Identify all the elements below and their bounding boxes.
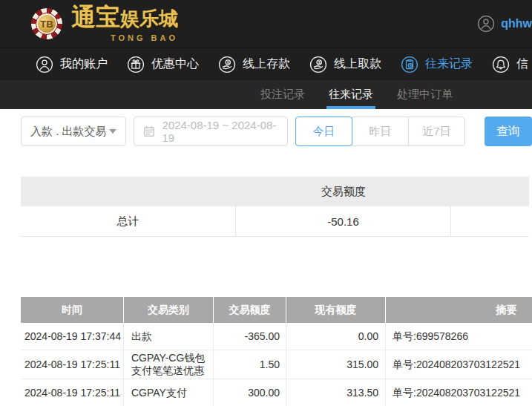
cell-amount: 1.50 [214,350,286,379]
summary-total-label: 总计 [21,206,236,236]
search-button[interactable]: 查询 [485,117,532,146]
nav-item-deposit[interactable]: ¥ 线上存款 [218,56,290,73]
col-amount: 交易额度 [214,297,286,323]
date-range-input[interactable]: 2024-08-19 ~ 2024-08-19 [134,117,288,146]
nav-item-messages[interactable]: 信 [492,56,528,73]
col-type: 交易类别 [124,297,214,323]
site-logo[interactable]: TB 通宝娱乐城 TONG BAO [31,6,178,42]
nav-label: 线上存款 [243,56,290,72]
cell-balance: 0.00 [286,323,386,350]
summary-table: 交易额度 总计 -50.16 [21,177,529,237]
tab-transaction-records[interactable]: 往来记录 [326,80,375,109]
cell-summary: 单号:699578266 [386,323,532,350]
cell-time: 2024-08-19 17:25:11 [21,350,124,379]
tab-processing-orders[interactable]: 处理中订单 [395,80,455,109]
cell-summary: 单号:202408203703122521 [386,379,532,406]
filter-bar: 入款 . 出款交易 2024-08-19 ~ 2024-08-19 今日 昨日 … [0,117,532,146]
summary-header-row: 交易额度 [21,177,529,206]
logo-text: 通宝娱乐城 TONG BAO [71,6,178,42]
nav-item-records[interactable]: 往来记录 [401,56,473,73]
chevron-down-icon [109,129,116,134]
logo-title: 通宝娱乐城 [71,6,178,33]
col-summary: 摘要 [386,297,532,323]
cell-type: 出款 [124,323,214,350]
withdraw-icon: $ [309,56,327,73]
cell-summary: 单号:202408203703122521 [386,350,532,379]
chip-monogram: TB [38,15,56,33]
summary-total-row: 总计 -50.16 [21,206,529,237]
table-row: 2024-08-19 17:25:11 CGPAY-CG钱包支付笔笔送优惠 1.… [21,350,532,379]
bell-icon [492,56,510,73]
deposit-icon: ¥ [218,56,236,73]
records-icon [401,56,418,73]
cell-balance: 315.00 [286,350,386,379]
summary-total-value: -50.16 [236,206,451,236]
records-table: 时间 交易类别 交易额度 现有额度 摘要 2024-08-19 17:37:44… [21,297,532,406]
user-icon [36,56,53,73]
cell-time: 2024-08-19 17:25:11 [21,379,124,406]
sub-nav: 投注记录 往来记录 处理中订单 [0,80,532,109]
col-balance: 现有额度 [286,297,386,323]
nav-label: 信 [516,56,528,72]
svg-text:$: $ [318,60,321,65]
col-time: 时间 [21,297,124,323]
cell-type: CGPAY-CG钱包支付笔笔送优惠 [124,350,214,379]
logo-subtitle: TONG BAO [71,33,178,42]
select-value: 入款 . 出款交易 [30,125,107,139]
nav-label: 我的账户 [60,56,108,72]
top-bar: TB 通宝娱乐城 TONG BAO qhhw [0,0,532,48]
nav-item-promotions[interactable]: 优惠中心 [127,56,199,73]
main-nav: 我的账户 优惠中心 ¥ 线上存款 $ 线上取款 往来记录 [0,48,532,80]
yesterday-button[interactable]: 昨日 [352,117,409,146]
cell-time: 2024-08-19 17:37:44 [21,323,124,350]
transaction-type-select[interactable]: 入款 . 出款交易 [21,117,126,146]
nav-label: 线上取款 [334,56,381,72]
casino-chip-icon: TB [31,8,62,39]
last7days-button[interactable]: 近7日 [408,117,465,146]
table-row: 2024-08-19 17:37:44 出款 -365.00 0.00 单号:6… [21,323,532,350]
today-button[interactable]: 今日 [295,117,352,146]
avatar-icon [477,15,495,33]
tab-betting-records[interactable]: 投注记录 [258,80,307,109]
nav-item-withdraw[interactable]: $ 线上取款 [309,56,381,73]
table-row: 2024-08-19 17:25:11 CGPAY支付 300.00 313.5… [21,379,532,406]
table-header-row: 时间 交易类别 交易额度 现有额度 摘要 [21,297,532,323]
username: qhhw [501,17,532,30]
date-range-value: 2024-08-19 ~ 2024-08-19 [162,119,278,144]
calendar-icon [143,125,155,137]
cell-amount: -365.00 [214,323,286,350]
nav-label: 优惠中心 [151,56,199,72]
summary-header-amount: 交易额度 [236,177,451,206]
cell-type: CGPAY支付 [124,379,214,406]
summary-header-empty [21,177,236,206]
cell-balance: 313.50 [286,379,386,406]
summary-header-empty2 [451,177,529,206]
gift-icon [127,56,145,73]
quick-date-group: 今日 昨日 近7日 [295,117,465,146]
nav-item-my-account[interactable]: 我的账户 [36,56,108,73]
cell-amount: 300.00 [214,379,286,406]
user-menu[interactable]: qhhw [477,15,532,33]
summary-total-empty [451,206,529,236]
transaction-records-page: TB 通宝娱乐城 TONG BAO qhhw 我的账户 优惠中心 [0,0,532,406]
nav-label: 往来记录 [425,56,473,72]
